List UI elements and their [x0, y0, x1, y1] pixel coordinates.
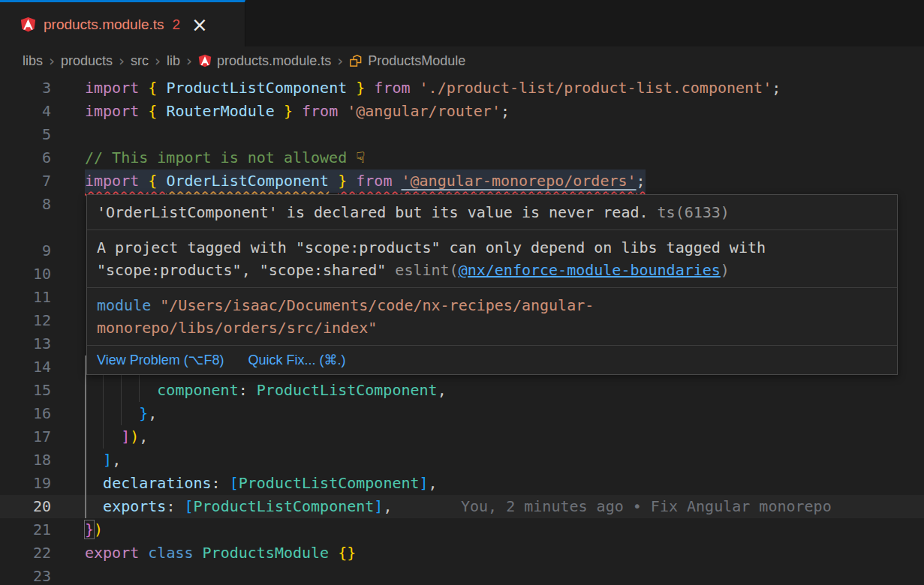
code-token: [329, 172, 338, 190]
code-token: ): [94, 520, 103, 538]
line-number[interactable]: 4: [0, 100, 51, 123]
code-token: {}: [338, 544, 356, 562]
breadcrumb-item-products[interactable]: products: [61, 53, 113, 69]
code-line[interactable]: 3import { ProductListComponent } from '.…: [0, 76, 924, 100]
code-token: ;: [501, 102, 510, 120]
vscode-window: { "colors": { "accent_blue": "#0078d4", …: [0, 0, 924, 585]
code-token: [248, 381, 257, 399]
code-line[interactable]: 6// This import is not allowed ☟: [0, 146, 924, 170]
code-token: ]: [103, 451, 112, 469]
tab-products-module[interactable]: products.module.ts 2 ×: [0, 0, 245, 46]
line-number[interactable]: 23: [0, 565, 51, 585]
code-line[interactable]: 15 component: ProductListComponent,: [0, 379, 924, 402]
breadcrumb-item-symbol[interactable]: ProductsModule: [349, 53, 465, 69]
code-token: ,: [148, 404, 157, 422]
code-token: OrderListComponent: [166, 172, 329, 190]
code-line[interactable]: 19 declarations: [ProductListComponent],: [0, 472, 924, 495]
code-token: [: [230, 474, 239, 492]
line-number[interactable]: 5: [0, 123, 51, 146]
line-number[interactable]: 20: [0, 495, 51, 518]
line-number[interactable]: 10: [0, 262, 51, 286]
code-line[interactable]: 7import { OrderListComponent } from '@an…: [0, 170, 924, 193]
code-token: ]: [121, 428, 130, 446]
breadcrumb-item-libs[interactable]: libs: [23, 53, 43, 69]
code-token: ProductListComponent: [239, 474, 420, 492]
code-token: export: [85, 544, 139, 562]
line-number[interactable]: 7: [0, 170, 51, 193]
code-token: :: [166, 497, 175, 515]
eslint-source-label: eslint(: [395, 261, 458, 279]
line-number[interactable]: 21: [0, 518, 51, 542]
code-token: [85, 428, 121, 446]
breadcrumb-label: products: [61, 53, 113, 69]
code-token: }: [338, 172, 356, 190]
eslint-rule-link[interactable]: @nx/enforce-module-boundaries: [459, 261, 721, 279]
line-number[interactable]: 15: [0, 379, 51, 402]
breadcrumb-item-src[interactable]: src: [131, 53, 149, 69]
code-line[interactable]: 18 ],: [0, 448, 924, 472]
code-token: }: [139, 404, 148, 422]
chevron-right-icon: ›: [180, 52, 198, 70]
line-number[interactable]: 13: [0, 332, 51, 356]
code-token: '@angular/router': [347, 102, 501, 120]
code-line[interactable]: 22export class ProductsModule {}: [0, 542, 924, 565]
line-number[interactable]: 11: [0, 286, 51, 309]
code-text: // This import is not allowed ☟: [85, 146, 365, 170]
code-text: component: ProductListComponent,: [85, 379, 447, 402]
code-token: ;: [637, 172, 646, 190]
line-number[interactable]: 3: [0, 76, 51, 100]
code-line[interactable]: 23: [0, 565, 924, 585]
code-token: ProductListComponent: [194, 497, 375, 515]
line-number[interactable]: 9: [0, 239, 51, 262]
code-token: }: [356, 79, 374, 97]
line-number[interactable]: 22: [0, 542, 51, 565]
line-number[interactable]: 16: [0, 402, 51, 425]
code-token: import: [85, 172, 148, 190]
hover-text-line: 'OrderListComponent' is declared but its…: [97, 201, 887, 224]
code-token: }: [85, 520, 94, 538]
line-number[interactable]: 6: [0, 146, 51, 170]
code-token: import: [85, 79, 148, 97]
code-token: ProductListComponent: [166, 79, 347, 97]
code-text: export class ProductsModule {}: [85, 542, 356, 565]
code-text: exports: [ProductListComponent],: [85, 495, 392, 518]
line-number[interactable]: 17: [0, 425, 51, 448]
line-number[interactable]: 18: [0, 448, 51, 472]
breadcrumb-item-lib[interactable]: lib: [167, 53, 180, 69]
code-token: {: [148, 79, 166, 97]
code-token: [329, 544, 338, 562]
hover-text-line: module "/Users/isaac/Documents/code/nx-r…: [97, 294, 887, 316]
line-number[interactable]: 14: [0, 356, 51, 379]
code-token: :: [239, 381, 248, 399]
code-token: ,: [438, 381, 447, 399]
code-token: ProductListComponent: [257, 381, 438, 399]
view-problem-action[interactable]: View Problem (⌥F8): [97, 349, 224, 371]
hover-message-ts: 'OrderListComponent' is declared but its…: [87, 195, 897, 230]
code-line[interactable]: 21}): [0, 518, 924, 542]
ts-error-code: ts(6133): [658, 203, 730, 221]
code-token: [85, 474, 103, 492]
close-icon[interactable]: ×: [191, 15, 208, 34]
line-number[interactable]: 12: [0, 309, 51, 332]
code-token: [85, 404, 139, 422]
code-line[interactable]: 5: [0, 123, 924, 146]
code-line[interactable]: 16 },: [0, 402, 924, 425]
quick-fix-action[interactable]: Quick Fix... (⌘.): [248, 349, 345, 371]
code-token: RouterModule: [166, 102, 275, 120]
line-number[interactable]: 19: [0, 472, 51, 495]
breadcrumb-label: ProductsModule: [368, 53, 465, 69]
code-line[interactable]: 4import { RouterModule } from '@angular/…: [0, 100, 924, 123]
code-token: ,: [139, 428, 148, 446]
code-token: '@angular-monorepo/orders': [402, 172, 637, 190]
chevron-right-icon: ›: [113, 52, 131, 70]
angular-icon: [20, 16, 36, 32]
hover-text-line: monorepo/libs/orders/src/index": [97, 316, 887, 339]
code-line[interactable]: 17 ]),: [0, 425, 924, 448]
code-text: import { OrderListComponent } from '@ang…: [85, 170, 646, 193]
code-line[interactable]: 20 exports: [ProductListComponent],You, …: [0, 495, 924, 518]
line-number[interactable]: 8: [0, 193, 51, 216]
tab-title: products.module.ts: [44, 16, 164, 33]
code-token: component: [157, 381, 238, 399]
breadcrumb-item-file[interactable]: products.module.ts: [198, 53, 331, 69]
code-token: }: [284, 102, 302, 120]
